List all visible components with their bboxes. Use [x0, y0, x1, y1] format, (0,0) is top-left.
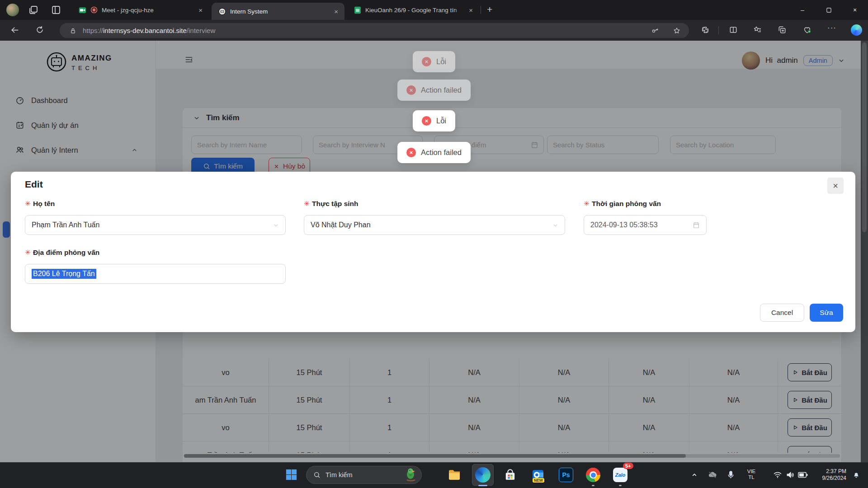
name-field-label: ✳Họ tên — [25, 200, 55, 208]
chevron-down-icon — [273, 222, 279, 228]
toast-error: ×Lỗi — [413, 110, 455, 131]
tab-title: Meet - jzg-qcju-hze — [102, 7, 154, 14]
browser-toolbar: https://internsys-dev.bancantoi.site/int… — [0, 20, 868, 41]
location-field-label: ✳Địa điểm phỏng vấn — [25, 249, 99, 257]
zalo-badge: 5+ — [623, 463, 633, 469]
onedrive-tray-icon[interactable] — [708, 470, 717, 480]
time-picker[interactable]: 2024-09-13 05:38:53 — [584, 215, 707, 235]
start-button[interactable] — [284, 468, 298, 482]
tab-title: Intern System — [230, 8, 268, 15]
tab-close-icon[interactable]: × — [332, 8, 340, 15]
time-field-label: ✳Thời gian phỏng vấn — [584, 200, 661, 208]
tab-actions-icon[interactable] — [51, 5, 61, 15]
taskbar — [0, 462, 868, 488]
settings-more-icon[interactable]: ··· — [827, 23, 836, 33]
taskbar-clock[interactable]: 2:37 PM9/26/2024 — [814, 468, 846, 482]
tab-close-icon[interactable]: × — [197, 6, 204, 14]
error-icon: × — [406, 85, 416, 95]
intern-system-logo-icon — [218, 8, 226, 15]
calendar-icon — [693, 221, 700, 229]
error-icon: × — [422, 57, 431, 66]
favorites-bar-icon[interactable] — [753, 25, 762, 34]
taskbar-search-placeholder: Tìm kiếm — [326, 471, 353, 479]
browser-essentials-icon[interactable] — [802, 25, 812, 34]
file-explorer-icon[interactable] — [445, 466, 463, 484]
reload-icon[interactable] — [35, 25, 44, 34]
chrome-running-indicator — [592, 485, 594, 486]
edge-running-indicator — [478, 485, 487, 486]
vertical-scrollbar-thumb[interactable] — [862, 42, 867, 232]
modal-close-button[interactable]: × — [827, 178, 844, 194]
wifi-icon[interactable] — [773, 471, 782, 479]
recording-indicator-icon — [90, 6, 98, 14]
favorite-star-icon[interactable] — [673, 27, 681, 35]
photoshop-icon[interactable]: Ps — [557, 466, 575, 484]
language-indicator[interactable]: VIETL — [744, 469, 759, 480]
edge-icon[interactable] — [474, 466, 492, 484]
tab-title: KieuOanh 26/9 - Google Trang tín — [365, 7, 459, 14]
search-icon — [313, 471, 321, 479]
intern-select[interactable]: Võ Nhật Duy Phan — [304, 215, 565, 235]
zalo-running-indicator — [619, 485, 622, 486]
modal-submit-button[interactable]: Sửa — [810, 304, 843, 322]
error-icon: × — [406, 148, 416, 157]
modal-title: Edit — [25, 179, 43, 190]
window-close-button[interactable]: × — [844, 0, 866, 20]
new-tab-button[interactable]: + — [487, 4, 492, 15]
lock-icon — [70, 27, 76, 34]
toast-error: ×Action failed — [397, 80, 471, 101]
tab-sheets[interactable]: KieuOanh 26/9 - Google Trang tín × — [348, 0, 478, 20]
split-screen-icon[interactable] — [729, 25, 738, 34]
address-bar[interactable]: https://internsys-dev.bancantoi.site/int… — [60, 23, 689, 38]
url-text: https://internsys-dev.bancantoi.site/int… — [83, 27, 215, 34]
modal-cancel-button[interactable]: Cancel — [760, 304, 804, 322]
location-input[interactable]: B206 Lê Trọng Tấn — [25, 264, 286, 284]
microphone-tray-icon[interactable] — [726, 470, 736, 479]
tab-divider — [481, 6, 481, 14]
error-icon: × — [422, 116, 431, 126]
tab-close-icon[interactable]: × — [467, 6, 475, 14]
browser-tab-bar: Meet - jzg-qcju-hze × Intern System × Ki… — [0, 0, 868, 20]
tray-expand-icon[interactable] — [690, 471, 698, 479]
outlook-new-badge: NEW — [533, 478, 544, 483]
extensions-icon[interactable] — [701, 25, 710, 34]
back-icon[interactable] — [10, 25, 19, 35]
chrome-icon[interactable] — [584, 466, 602, 484]
window-minimize-button[interactable]: – — [791, 0, 814, 20]
selected-text: B206 Lê Trọng Tấn — [32, 269, 96, 279]
browser-profile-avatar[interactable] — [6, 4, 19, 16]
vertical-scrollbar[interactable] — [861, 41, 868, 462]
search-highlight-bird-icon — [404, 467, 418, 483]
edit-modal: Edit × ✳Họ tên ✳Thực tập sinh ✳Thời gian… — [11, 172, 855, 332]
copilot-icon[interactable] — [851, 24, 862, 36]
screen: Meet - jzg-qcju-hze × Intern System × Ki… — [0, 0, 868, 488]
battery-icon[interactable] — [798, 471, 808, 479]
toast-error: ×Lỗi — [413, 51, 455, 72]
toast-error: ×Action failed — [397, 142, 471, 163]
chevron-down-icon — [552, 222, 558, 228]
volume-icon[interactable] — [786, 470, 795, 479]
taskbar-search-box[interactable]: Tìm kiếm — [306, 466, 422, 484]
microsoft-store-icon[interactable] — [501, 466, 519, 484]
google-meet-icon — [79, 6, 86, 14]
google-sheets-icon — [354, 6, 361, 14]
workspaces-icon[interactable] — [28, 5, 39, 15]
intern-field-label: ✳Thực tập sinh — [304, 200, 359, 208]
collections-icon[interactable] — [778, 25, 787, 34]
notifications-bell-icon[interactable] — [852, 469, 861, 479]
name-select[interactable]: Phạm Trần Anh Tuấn — [25, 215, 286, 235]
toolbar-divider — [718, 26, 719, 34]
window-maximize-button[interactable] — [817, 0, 840, 20]
tab-meet[interactable]: Meet - jzg-qcju-hze × — [72, 0, 208, 20]
password-key-icon[interactable] — [651, 27, 659, 35]
tab-intern-system[interactable]: Intern System × — [212, 3, 344, 20]
